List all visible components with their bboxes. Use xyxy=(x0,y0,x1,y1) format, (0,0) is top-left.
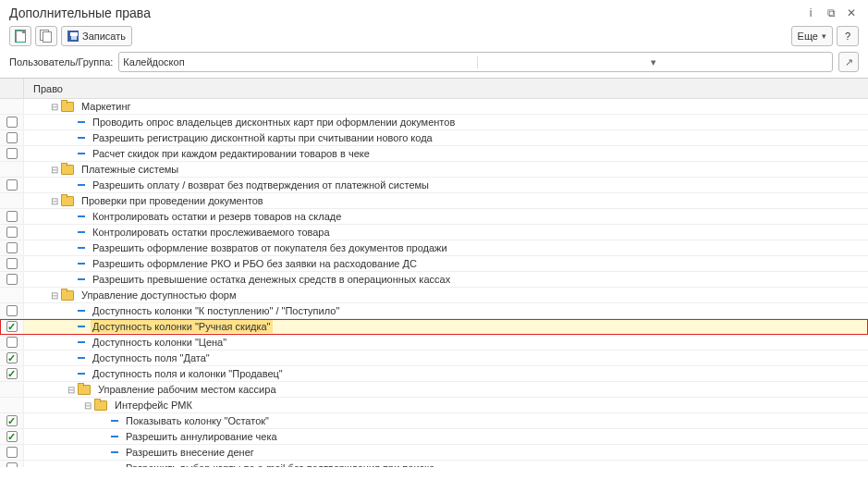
tree-item-row[interactable]: Проводить опрос владельцев дисконтных ка… xyxy=(0,115,868,130)
checkbox[interactable] xyxy=(6,415,18,426)
item-dash-icon xyxy=(111,451,118,453)
row-label: Разрешить оплату / возврат без подтвержд… xyxy=(91,178,431,191)
row-checkbox-cell[interactable] xyxy=(0,413,24,428)
tree-item-row[interactable]: Разрешить аннулирование чека xyxy=(0,429,868,445)
row-checkbox-cell[interactable] xyxy=(0,209,24,224)
row-checkbox-cell[interactable] xyxy=(0,303,24,318)
help-button[interactable]: ? xyxy=(837,26,859,46)
info-icon[interactable]: i xyxy=(803,6,818,20)
tree-folder-row[interactable]: ⊟Проверки при проведении документов xyxy=(0,193,868,209)
tree-toggler[interactable]: ⊟ xyxy=(50,196,59,206)
tree-toggler[interactable]: ⊟ xyxy=(83,400,92,411)
checkbox[interactable] xyxy=(6,211,18,222)
tree-item-row[interactable]: Доступность колонки "Цена" xyxy=(0,335,868,351)
sheets-icon xyxy=(40,30,53,43)
tree-folder-row[interactable]: ⊟Управление рабочим местом кассира xyxy=(0,382,868,398)
new-sheet-button[interactable] xyxy=(9,26,31,46)
row-checkbox-cell[interactable] xyxy=(0,351,24,365)
tree-item-row[interactable]: Доступность поля "Дата" xyxy=(0,351,868,366)
checkbox[interactable] xyxy=(6,274,18,285)
folder-icon xyxy=(61,196,74,206)
row-checkbox-cell[interactable] xyxy=(0,256,24,271)
row-body: Проводить опрос владельцев дисконтных ка… xyxy=(24,115,868,129)
row-body: Разрешить внесение денег xyxy=(24,445,868,460)
tree-toggler[interactable]: ⊟ xyxy=(50,165,59,175)
row-body: Доступность колонки "Цена" xyxy=(24,335,868,350)
tree-toggler[interactable]: ⊟ xyxy=(67,385,76,395)
checkbox[interactable] xyxy=(6,132,18,143)
checkbox[interactable] xyxy=(6,462,18,467)
checkbox[interactable] xyxy=(6,321,18,332)
tree-item-row[interactable]: Разрешить оформление РКО и РБО без заявк… xyxy=(0,256,868,272)
save-label: Записать xyxy=(82,31,126,42)
row-body: Доступность колонки "К поступлению" / "П… xyxy=(24,303,868,318)
copy-sheets-button[interactable] xyxy=(35,26,57,46)
checkbox[interactable] xyxy=(6,305,18,316)
user-group-field[interactable]: Калейдоскоп ▾ xyxy=(118,52,833,72)
tree-item-row[interactable]: Разрешить выбор карты по e-mail без подт… xyxy=(0,461,868,467)
row-checkbox-cell[interactable] xyxy=(0,272,24,287)
row-checkbox-cell[interactable] xyxy=(0,115,24,129)
checkbox[interactable] xyxy=(6,179,18,191)
checkbox[interactable] xyxy=(6,368,18,379)
row-checkbox-cell[interactable] xyxy=(0,240,24,255)
row-checkbox-cell[interactable] xyxy=(0,146,24,161)
checkbox[interactable] xyxy=(6,447,18,458)
save-button[interactable]: Записать xyxy=(61,26,132,46)
row-checkbox-cell[interactable] xyxy=(0,319,24,334)
row-body: Доступность колонки "Ручная скидка" xyxy=(24,319,868,334)
row-checkbox-cell[interactable] xyxy=(0,429,24,444)
tree-folder-row[interactable]: ⊟Платежные системы xyxy=(0,162,868,178)
item-dash-icon xyxy=(78,247,85,249)
tree-item-row[interactable]: Контролировать остатки и резерв товаров … xyxy=(0,209,868,225)
tree-item-row[interactable]: Показывать колонку "Остаток" xyxy=(0,413,868,429)
tree-item-row[interactable]: Разрешить регистрацию дисконтной карты п… xyxy=(0,130,868,146)
tree-item-row[interactable]: Разрешить внесение денег xyxy=(0,445,868,461)
item-dash-icon xyxy=(78,153,85,154)
floppy-icon xyxy=(67,31,79,42)
row-checkbox-cell[interactable] xyxy=(0,178,24,192)
row-checkbox-cell[interactable] xyxy=(0,130,24,145)
tree-item-row[interactable]: Доступность колонки "К поступлению" / "П… xyxy=(0,303,868,319)
checkbox[interactable] xyxy=(6,258,18,269)
tree-toggler[interactable]: ⊟ xyxy=(50,290,59,301)
row-checkbox-cell[interactable] xyxy=(0,366,24,381)
row-checkbox-cell xyxy=(0,99,24,114)
row-label: Разрешить выбор карты по e-mail без подт… xyxy=(124,462,436,467)
checkbox[interactable] xyxy=(6,117,18,128)
tree-folder-row[interactable]: ⊟Маркетинг xyxy=(0,99,868,115)
row-checkbox-cell[interactable] xyxy=(0,335,24,350)
field-dropdown-icon[interactable]: ▾ xyxy=(477,56,828,68)
checkbox[interactable] xyxy=(6,242,18,253)
checkbox[interactable] xyxy=(6,148,18,159)
tree-item-row[interactable]: Разрешить превышение остатка денежных ср… xyxy=(0,272,868,288)
tree-item-row[interactable]: Разрешить оформление возвратов от покупа… xyxy=(0,240,868,256)
row-checkbox-cell[interactable] xyxy=(0,225,24,240)
row-body: ⊟Интерфейс РМК xyxy=(24,398,868,412)
tree-toggler[interactable]: ⊟ xyxy=(50,102,59,112)
open-reference-button[interactable]: ↗ xyxy=(838,52,859,72)
checkbox[interactable] xyxy=(6,337,18,348)
more-button[interactable]: Еще ▾ xyxy=(791,26,833,46)
tree-folder-row[interactable]: ⊟Управление доступностью форм xyxy=(0,288,868,303)
checkbox[interactable] xyxy=(6,431,18,442)
checkbox[interactable] xyxy=(6,227,18,238)
tree-item-row[interactable]: Расчет скидок при каждом редактировании … xyxy=(0,146,868,162)
row-checkbox-cell xyxy=(0,382,24,397)
tree-item-row[interactable]: Разрешить оплату / возврат без подтвержд… xyxy=(0,178,868,193)
grid-rows[interactable]: ⊟МаркетингПроводить опрос владельцев дис… xyxy=(0,99,868,467)
tree-item-row[interactable]: Контролировать остатки прослеживаемого т… xyxy=(0,225,868,240)
row-checkbox-cell xyxy=(0,398,24,412)
row-checkbox-cell[interactable] xyxy=(0,445,24,460)
sheet-green-icon xyxy=(15,30,26,43)
tree-item-row[interactable]: Доступность колонки "Ручная скидка" xyxy=(0,319,868,335)
tree-folder-row[interactable]: ⊟Интерфейс РМК xyxy=(0,398,868,413)
tree-item-row[interactable]: Доступность поля и колонки "Продавец" xyxy=(0,366,868,382)
row-label: Показывать колонку "Остаток" xyxy=(124,414,271,427)
row-checkbox-cell[interactable] xyxy=(0,461,24,467)
checkbox[interactable] xyxy=(6,352,18,363)
close-icon[interactable]: ✕ xyxy=(844,6,859,20)
item-dash-icon xyxy=(78,215,85,217)
restore-icon[interactable]: ⧉ xyxy=(824,6,838,20)
item-dash-icon xyxy=(78,326,85,327)
